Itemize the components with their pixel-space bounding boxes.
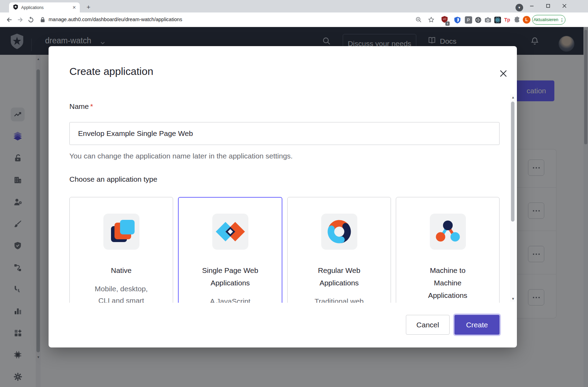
svg-text:uO: uO [443, 18, 446, 20]
forward-button[interactable] [16, 16, 24, 24]
p-extension-icon[interactable]: P [464, 16, 472, 24]
card-description: Mobile, desktop, CLI and smart [91, 283, 152, 303]
profile-avatar-chip[interactable]: L [522, 16, 531, 24]
card-title: Single Page Web Applications [201, 264, 260, 289]
choose-type-label: Choose an application type [69, 175, 157, 183]
tab-strip: Applications ✕ + ▼ [0, 0, 588, 12]
m2m-app-icon [430, 214, 466, 250]
close-icon[interactable] [498, 68, 509, 79]
card-description: Traditional web [315, 295, 364, 303]
card-title: Native [111, 264, 132, 277]
application-name-input[interactable] [69, 122, 500, 145]
window-minimize-button[interactable] [524, 0, 539, 11]
back-button[interactable] [6, 16, 13, 24]
address-bar[interactable]: manage.auth0.com/dashboard/eu/dream-watc… [49, 17, 182, 22]
update-label: Aktualisieren [534, 17, 559, 22]
browser-update-button[interactable]: Aktualisieren ⋮ [532, 15, 565, 25]
tab-close-icon[interactable]: ✕ [71, 5, 77, 10]
auth0-favicon [13, 4, 18, 11]
tampermonkey-extension-icon[interactable]: Tp [503, 16, 511, 24]
card-description: A JavaScript [210, 295, 250, 303]
window-maximize-button[interactable] [540, 0, 556, 11]
modal-scroll-down-icon[interactable]: ▼ [511, 297, 514, 300]
spa-app-icon [212, 214, 248, 250]
browser-window: Applications ✕ + ▼ manage.auth0.com/dash… [0, 0, 588, 387]
cancel-button[interactable]: Cancel [406, 315, 450, 335]
name-helper-text: You can change the application name late… [69, 152, 293, 160]
ublock-badge: 4 [445, 22, 449, 26]
new-tab-button[interactable]: + [84, 3, 93, 12]
reload-button[interactable] [27, 16, 35, 24]
modal-title: Create application [69, 66, 153, 77]
card-single-page-web[interactable]: Single Page Web Applications A JavaScrip… [178, 197, 282, 303]
card-title: Regular Web Applications [310, 264, 369, 289]
modal-scroll-up-icon[interactable]: ▲ [511, 96, 514, 99]
card-regular-web[interactable]: Regular Web Applications Traditional web [287, 197, 391, 303]
name-field-label: Name* [69, 102, 93, 111]
browser-tab-applications[interactable]: Applications ✕ [9, 2, 80, 12]
bookmark-star-icon[interactable] [427, 16, 435, 24]
card-machine-to-machine[interactable]: Machine to Machine Applications [396, 197, 500, 303]
window-close-button[interactable] [557, 0, 572, 11]
card-title: Machine to Machine Applications [425, 264, 470, 302]
extensions-puzzle-icon[interactable] [513, 16, 521, 24]
browser-menu-dots-icon[interactable]: ⋮ [560, 17, 564, 23]
bitwarden-extension-icon[interactable] [453, 16, 461, 24]
lock-icon[interactable] [40, 17, 45, 24]
page-zoom-icon[interactable] [415, 16, 423, 24]
modal-scrollbar-thumb[interactable] [511, 102, 514, 222]
create-application-modal: Create application Name* You can change … [49, 46, 517, 347]
required-asterisk: * [90, 102, 93, 110]
application-type-cards: Native Mobile, desktop, CLI and smart Si… [69, 197, 500, 303]
native-app-icon [103, 214, 139, 250]
ublock-extension-icon[interactable]: uO4 [440, 16, 449, 24]
browser-caret-menu-icon[interactable]: ▼ [515, 4, 523, 11]
card-native[interactable]: Native Mobile, desktop, CLI and smart [69, 197, 173, 303]
create-button[interactable]: Create [454, 315, 500, 335]
tab-title: Applications [21, 5, 71, 10]
camera-extension-icon[interactable] [484, 16, 492, 24]
move-tool-extension-icon[interactable] [474, 16, 482, 24]
regular-web-app-icon [321, 214, 357, 250]
react-devtools-extension-icon[interactable] [493, 16, 502, 24]
